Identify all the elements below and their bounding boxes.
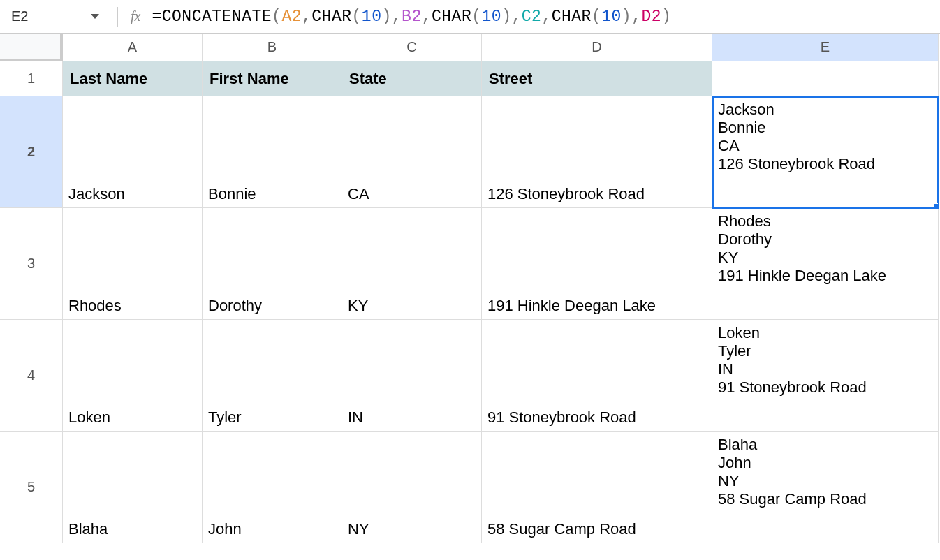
- cell-c2[interactable]: CA: [342, 96, 482, 208]
- col-header-d[interactable]: D: [482, 34, 712, 61]
- formula-bar: E2 fx =CONCATENATE(A2,CHAR(10),B2,CHAR(1…: [0, 0, 940, 34]
- cell-d2[interactable]: 126 Stoneybrook Road: [482, 96, 712, 208]
- col-header-a[interactable]: A: [63, 34, 203, 61]
- formula-func1: CONCATENATE: [162, 8, 272, 26]
- cell-a4[interactable]: Loken: [63, 320, 203, 432]
- name-box-value: E2: [11, 8, 28, 24]
- cell-e5[interactable]: Blaha John NY 58 Sugar Camp Road: [712, 432, 939, 543]
- chevron-down-icon[interactable]: [91, 14, 99, 19]
- cell-e3[interactable]: Rhodes Dorothy KY 191 Hinkle Deegan Lake: [712, 208, 939, 320]
- cell-e2[interactable]: Jackson Bonnie CA 126 Stoneybrook Road: [712, 96, 939, 208]
- col-header-b[interactable]: B: [203, 34, 342, 61]
- name-box[interactable]: E2: [7, 8, 105, 24]
- cell-c3[interactable]: KY: [342, 208, 482, 320]
- cell-a3[interactable]: Rhodes: [63, 208, 203, 320]
- cell-b4[interactable]: Tyler: [203, 320, 342, 432]
- formula-open: (: [272, 8, 281, 26]
- formula-eq: =: [152, 8, 161, 26]
- header-street[interactable]: Street: [482, 61, 712, 96]
- row-header-1[interactable]: 1: [0, 61, 63, 96]
- cell-d4[interactable]: 91 Stoneybrook Road: [482, 320, 712, 432]
- cell-a5[interactable]: Blaha: [63, 432, 203, 543]
- cell-b2[interactable]: Bonnie: [203, 96, 342, 208]
- cell-a2[interactable]: Jackson: [63, 96, 203, 208]
- cell-b5[interactable]: John: [203, 432, 342, 543]
- formula-ref-b2: B2: [402, 8, 422, 26]
- col-header-c[interactable]: C: [342, 34, 482, 61]
- header-last-name[interactable]: Last Name: [63, 61, 203, 96]
- header-first-name[interactable]: First Name: [203, 61, 342, 96]
- formula-ref-a2: A2: [281, 8, 302, 26]
- formula-ref-d2: D2: [641, 8, 661, 26]
- cell-c4[interactable]: IN: [342, 320, 482, 432]
- header-state[interactable]: State: [342, 61, 482, 96]
- row-header-4[interactable]: 4: [0, 320, 63, 432]
- row-header-3[interactable]: 3: [0, 208, 63, 320]
- fx-icon[interactable]: fx: [131, 8, 140, 24]
- spreadsheet-grid: A B C D E 1 Last Name First Name State S…: [0, 34, 940, 543]
- cell-d3[interactable]: 191 Hinkle Deegan Lake: [482, 208, 712, 320]
- formula-ref-c2: C2: [522, 8, 542, 26]
- row-header-2[interactable]: 2: [0, 96, 63, 208]
- formula-close: ): [661, 8, 671, 26]
- row-header-5[interactable]: 5: [0, 432, 63, 543]
- cell-e1[interactable]: [712, 61, 939, 96]
- cell-d5[interactable]: 58 Sugar Camp Road: [482, 432, 712, 543]
- cell-b3[interactable]: Dorothy: [203, 208, 342, 320]
- divider: [117, 7, 118, 27]
- col-header-e[interactable]: E: [712, 34, 939, 61]
- cell-c5[interactable]: NY: [342, 432, 482, 543]
- cell-e4[interactable]: Loken Tyler IN 91 Stoneybrook Road: [712, 320, 939, 432]
- formula-input[interactable]: =CONCATENATE(A2,CHAR(10),B2,CHAR(10),C2,…: [152, 8, 671, 26]
- select-all-corner[interactable]: [0, 34, 63, 61]
